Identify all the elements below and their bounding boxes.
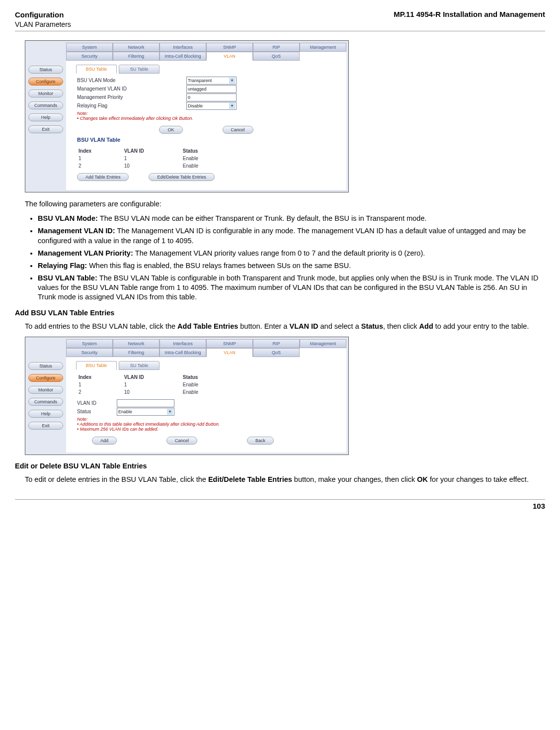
sidenav: Status Configure Monitor Commands Help E… (25, 41, 66, 192)
text: button. Enter a (238, 322, 289, 330)
sidenav-help[interactable]: Help (28, 113, 63, 121)
text: and select a (318, 322, 361, 330)
tab-intracell[interactable]: Intra-Cell Blocking (160, 52, 206, 61)
sidenav-helpen-help[interactable]: Help (28, 410, 63, 418)
cell: 10 (124, 389, 181, 395)
table-row: 2 10 Enable (78, 389, 231, 395)
page-footer: 103 (15, 499, 545, 510)
note-block: Note: • Additions to this table take eff… (77, 417, 335, 432)
bullet-lead: Management VLAN ID: (38, 227, 117, 235)
subtab-su-table[interactable]: SU Table (119, 65, 160, 74)
bsu-vlan-table: Index VLAN ID Status 1 1 Enable 2 10 Ena… (77, 373, 232, 396)
bullet-body: The BSU VLAN Table is configurable in bo… (38, 274, 538, 301)
tab-intracell[interactable]: Intra-Cell Blocking (160, 348, 206, 357)
tab-vlan[interactable]: VLAN (206, 348, 253, 357)
section-edit-title: Edit or Delete BSU VLAN Table Entries (15, 462, 545, 470)
bullet-list: BSU VLAN Mode: The BSU VLAN mode can be … (29, 214, 540, 302)
tab-snmp[interactable]: SNMP (206, 339, 253, 348)
text: To add entries to the BSU VLAN table, cl… (25, 322, 177, 330)
note-block: Note: • Changes take effect immediately … (77, 111, 335, 121)
select-value: Disable (188, 103, 203, 108)
th-vlanid: VLAN ID (124, 374, 181, 380)
top-tabs-row2: Security Filtering Intra-Cell Blocking V… (66, 52, 346, 61)
bullet-lead: BSU VLAN Table: (38, 274, 99, 282)
subtab-bsu-table[interactable]: BSU Table (76, 65, 117, 74)
tab-interfaces[interactable]: Interfaces (160, 339, 206, 348)
sidenav-exit[interactable]: Exit (28, 422, 63, 430)
cancel-button[interactable]: Cancel (223, 126, 253, 134)
cancel-button[interactable]: Cancel (166, 437, 197, 445)
page-number: 103 (533, 502, 545, 510)
ok-button[interactable]: OK (159, 126, 182, 134)
input-mgmt-priority[interactable]: 0 (186, 93, 237, 101)
subtab-su-table[interactable]: SU Table (119, 361, 160, 370)
label-mgmt-priority: Management Priority (77, 94, 186, 100)
list-item: BSU VLAN Table: The BSU VLAN Table is co… (38, 274, 540, 302)
note-text: Maximum 256 VLAN IDs can be added. (80, 427, 159, 432)
sidenav-configure[interactable]: Configure (28, 78, 63, 86)
table-row: 1 1 Enable (78, 155, 231, 162)
chevron-down-icon: ▾ (229, 103, 235, 109)
add-table-entries-button[interactable]: Add Table Entries (77, 173, 129, 181)
tab-security[interactable]: Security (66, 52, 113, 61)
list-item: Management VLAN Priority: The Management… (38, 249, 540, 258)
text: button, make your changes, then click (292, 475, 417, 483)
select-bsu-vlan-mode[interactable]: Transparent▾ (186, 77, 237, 85)
select-relaying-flag[interactable]: Disable▾ (186, 102, 237, 110)
tab-interfaces[interactable]: Interfaces (160, 43, 206, 52)
header-subtitle: VLAN Parameters (15, 20, 71, 29)
cell: Enable (182, 389, 231, 395)
page-header: Configuration VLAN Parameters MP.11 4954… (15, 10, 545, 31)
tab-system[interactable]: System (66, 339, 113, 348)
screenshot-add-vlan-entry: Status Configure Monitor Commands Help E… (25, 337, 349, 455)
text-bold: VLAN ID (289, 322, 318, 330)
top-tabs-row1: System Network Interfaces SNMP RIP Manag… (66, 339, 346, 348)
tab-filtering[interactable]: Filtering (113, 348, 160, 357)
sidenav-exit[interactable]: Exit (28, 125, 63, 133)
tab-rip[interactable]: RIP (253, 43, 300, 52)
tab-security[interactable]: Security (66, 348, 113, 357)
tab-management[interactable]: Management (300, 339, 346, 348)
para-add: To add entries to the BSU VLAN table, cl… (25, 322, 545, 332)
cell: 1 (78, 381, 123, 388)
add-button[interactable]: Add (92, 437, 117, 445)
cell: 1 (124, 381, 181, 388)
bullet-lead: BSU VLAN Mode: (38, 214, 100, 222)
tab-filtering[interactable]: Filtering (113, 52, 160, 61)
header-right: MP.11 4954-R Installation and Management (394, 10, 545, 29)
sidenav-commands[interactable]: Commands (28, 101, 63, 109)
tab-system[interactable]: System (66, 43, 113, 52)
tab-snmp[interactable]: SNMP (206, 43, 253, 52)
tab-network[interactable]: Network (113, 43, 160, 52)
input-vlan-id[interactable] (117, 399, 174, 407)
subtab-bsu-table[interactable]: BSU Table (76, 361, 117, 370)
edit-delete-table-entries-button[interactable]: Edit/Delete Table Entries (149, 173, 214, 181)
tab-vlan[interactable]: VLAN (206, 52, 253, 61)
bsu-vlan-table-title: BSU VLAN Table (77, 137, 335, 143)
bullet-body: The Management VLAN priority values rang… (135, 249, 425, 257)
sidenav-configure[interactable]: Configure (28, 374, 63, 382)
sidenav-status[interactable]: Status (28, 362, 63, 370)
chevron-down-icon: ▾ (167, 409, 173, 415)
tab-qos[interactable]: QoS (253, 348, 300, 357)
tab-network[interactable]: Network (113, 339, 160, 348)
select-status[interactable]: Enable▾ (117, 408, 174, 416)
sidenav-status[interactable]: Status (28, 66, 63, 74)
subtabs: BSU Table SU Table (66, 61, 346, 74)
tab-management[interactable]: Management (300, 43, 346, 52)
back-button[interactable]: Back (247, 437, 274, 445)
th-status: Status (182, 148, 231, 154)
sidenav-commands[interactable]: Commands (28, 398, 63, 406)
top-tabs-row1: System Network Interfaces SNMP RIP Manag… (66, 43, 346, 52)
select-value: Enable (118, 409, 132, 414)
bullet-lead: Management VLAN Priority: (38, 249, 135, 257)
note-text: Additions to this table take effect imme… (80, 422, 220, 427)
input-mgmt-vlan-id[interactable]: untagged (186, 85, 237, 93)
cell: 2 (78, 389, 123, 395)
bullet-body: When this flag is enabled, the BSU relay… (89, 262, 351, 270)
tab-qos[interactable]: QoS (253, 52, 300, 61)
bullet-body: The BSU VLAN mode can be either Transpar… (100, 214, 427, 222)
tab-rip[interactable]: RIP (253, 339, 300, 348)
sidenav-monitor[interactable]: Monitor (28, 386, 63, 394)
sidenav-monitor[interactable]: Monitor (28, 90, 63, 97)
